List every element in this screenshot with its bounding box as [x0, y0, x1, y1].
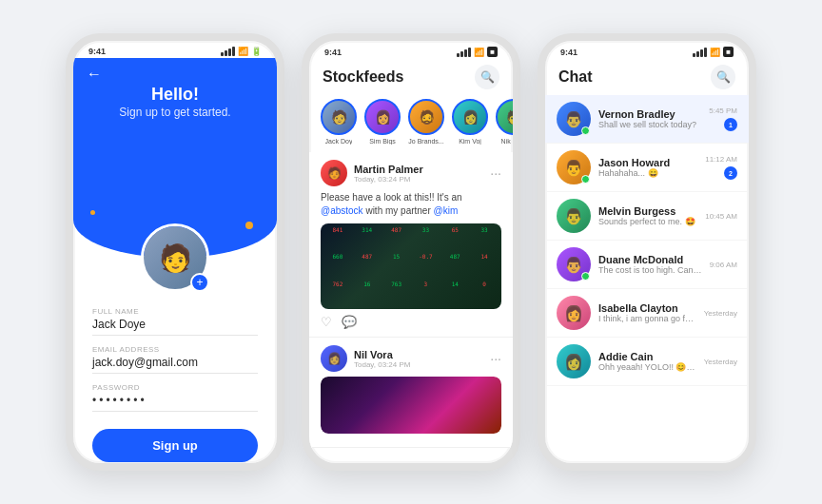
online-dot-2	[581, 175, 590, 184]
online-dot-1	[581, 126, 590, 135]
story-name-4: Kim Voj	[459, 138, 481, 145]
post-avatar-2: 👩	[321, 345, 347, 372]
story-name-3: Jo Brands...	[408, 138, 443, 145]
story-item-2[interactable]: 👩 Sim Bigs	[364, 99, 401, 145]
phone-signup: 9:41 📶 🔋 ← Hello! Sign up to get started…	[66, 33, 284, 471]
story-name-5: Nik Do...	[501, 138, 520, 145]
story-name-2: Sim Bigs	[369, 138, 396, 145]
search-button-3[interactable]: 🔍	[711, 65, 735, 89]
story-item-4[interactable]: 👩 Kim Voj	[452, 99, 488, 145]
signal-icon-2	[457, 48, 471, 57]
post-author-info-1: Martin Palmer Today, 03:24 PM	[354, 164, 423, 184]
hero-section: ← Hello! Sign up to get started. 🧑 +	[73, 58, 277, 258]
chat-content-1: Vernon Bradley Shall we sell stock today…	[598, 108, 701, 129]
email-field: EMAIL ADDRESS jack.doy@gmail.com	[92, 345, 258, 374]
chat-item-2[interactable]: 👨 Jason Howard Hahahaha... 😄 11:12 AM 2	[545, 144, 749, 192]
post-1: 🧑 Martin Palmer Today, 03:24 PM ··· Plea…	[309, 152, 513, 338]
post-image-2	[321, 377, 501, 434]
story-avatar-1: 🧑	[321, 99, 357, 135]
status-bar-2: 9:41 📶 ■	[309, 41, 513, 59]
time-3: 9:41	[560, 48, 577, 57]
chat-name-2: Jason Howard	[598, 157, 697, 168]
chat-avatar-6: 👩	[557, 344, 591, 378]
post-more-1[interactable]: ···	[490, 165, 501, 181]
password-value[interactable]: ••••••••	[92, 394, 258, 412]
story-item-3[interactable]: 🧔 Jo Brands...	[408, 99, 444, 145]
signal-icon	[221, 47, 235, 56]
status-icons-2: 📶 ■	[457, 47, 498, 57]
chat-item-5[interactable]: 👩 Isabella Clayton I think, i am gonna g…	[545, 289, 749, 338]
story-item-1[interactable]: 🧑 Jack Doy	[321, 99, 357, 145]
chat-content-4: Duane McDonald The cost is too high. Can…	[598, 254, 702, 275]
online-dot-4	[581, 272, 590, 281]
chat-preview-1: Shall we sell stock today?	[598, 120, 701, 129]
stock-numbers-grid: 841 314 487 33 65 33 660 487 15 -0.7 487…	[321, 223, 501, 309]
add-photo-button[interactable]: +	[190, 273, 209, 292]
chat-item-1[interactable]: 👨 Vernon Bradley Shall we sell stock tod…	[545, 95, 749, 144]
like-button-1[interactable]: ♡	[321, 315, 332, 329]
search-button-2[interactable]: 🔍	[475, 65, 499, 89]
signup-button[interactable]: Sign up	[92, 429, 258, 462]
chat-time-4: 9:06 AM	[710, 261, 737, 269]
chat-name-1: Vernon Bradley	[598, 108, 701, 120]
post-header-1: 🧑 Martin Palmer Today, 03:24 PM ···	[321, 160, 501, 186]
wifi-icon: 📶	[238, 47, 248, 56]
stockfeeds-header: Stockfeeds 🔍	[309, 59, 513, 95]
chat-item-3[interactable]: 👨 Melvin Burgess Sounds perfect to me. 🤩…	[545, 192, 749, 241]
battery-icon-2: ■	[487, 47, 498, 57]
status-bar-1: 9:41 📶 🔋	[73, 41, 277, 58]
chat-name-3: Melvin Burgess	[598, 205, 697, 217]
status-bar-3: 9:41 📶 ■	[545, 41, 749, 59]
chat-avatar-wrap-4: 👨	[557, 247, 591, 281]
post-author-info-2: Nil Vora Today, 03:24 PM	[354, 349, 410, 369]
chat-meta-3: 10:45 AM	[705, 212, 737, 221]
chat-avatar-wrap-6: 👩	[557, 344, 591, 378]
story-avatar-5: 🧑	[496, 99, 520, 135]
post-more-2[interactable]: ···	[490, 351, 501, 366]
chat-time-1: 5:45 PM	[709, 107, 737, 115]
email-value[interactable]: jack.doy@gmail.com	[92, 356, 258, 374]
stock-chart-1: 841 314 487 33 65 33 660 487 15 -0.7 487…	[321, 223, 501, 309]
story-avatar-4: 👩	[452, 99, 488, 135]
story-avatar-2: 👩	[364, 99, 401, 135]
chat-item-4[interactable]: 👨 Duane McDonald The cost is too high. C…	[545, 241, 749, 289]
wifi-icon-2: 📶	[474, 48, 484, 57]
full-name-label: FULL NAME	[92, 307, 258, 316]
avatar-person-icon: 🧑	[159, 242, 192, 274]
time-2: 9:41	[324, 48, 342, 57]
chat-meta-1: 5:45 PM 1	[709, 107, 737, 131]
post-image-2-bg	[321, 377, 501, 434]
chat-time-2: 11:12 AM	[705, 155, 737, 164]
story-avatar-3: 🧔	[408, 99, 444, 135]
badge-1: 1	[724, 118, 737, 131]
status-icons-1: 📶 🔋	[221, 47, 262, 56]
chat-avatar-5: 👩	[557, 296, 591, 330]
stories-row: 🧑 Jack Doy 👩 Sim Bigs 🧔 Jo Brands... 👩 K…	[309, 95, 513, 152]
signal-icon-3	[693, 48, 707, 57]
chat-content-5: Isabella Clayton I think, i am gonna go …	[598, 302, 696, 323]
chat-meta-5: Yesterday	[704, 309, 737, 318]
back-button[interactable]: ←	[87, 66, 102, 83]
post-avatar-1: 🧑	[321, 160, 347, 186]
post-text-1: Please have a look at this!! It's an @ab…	[321, 191, 501, 218]
chat-item-6[interactable]: 👩 Addie Cain Ohh yeaah! YOLO!! 😊❤️ Yeste…	[545, 338, 749, 386]
chat-preview-6: Ohh yeaah! YOLO!! 😊❤️	[598, 362, 696, 372]
story-item-5[interactable]: 🧑 Nik Do...	[496, 99, 520, 145]
chat-name-4: Duane McDonald	[598, 254, 702, 265]
post-2: 👩 Nil Vora Today, 03:24 PM ···	[309, 338, 513, 448]
chat-preview-2: Hahahaha... 😄	[598, 168, 697, 178]
stockfeeds-title: Stockfeeds	[323, 68, 403, 86]
chat-title: Chat	[558, 68, 593, 86]
chat-preview-3: Sounds perfect to me. 🤩	[598, 217, 697, 226]
chat-meta-6: Yesterday	[704, 358, 737, 366]
chat-preview-4: The cost is too high. Can you ple...	[598, 265, 702, 275]
password-field: PASSWORD ••••••••	[92, 383, 258, 412]
chat-preview-5: I think, i am gonna go for it. Tha...	[598, 314, 696, 323]
battery-icon-3: ■	[723, 47, 734, 57]
status-icons-3: 📶 ■	[693, 47, 734, 57]
badge-2: 2	[724, 166, 737, 180]
full-name-value[interactable]: Jack Doye	[92, 318, 258, 336]
comment-button-1[interactable]: 💬	[342, 315, 357, 329]
post-actions-1: ♡ 💬	[321, 315, 501, 329]
post-time-1: Today, 03:24 PM	[354, 175, 423, 184]
